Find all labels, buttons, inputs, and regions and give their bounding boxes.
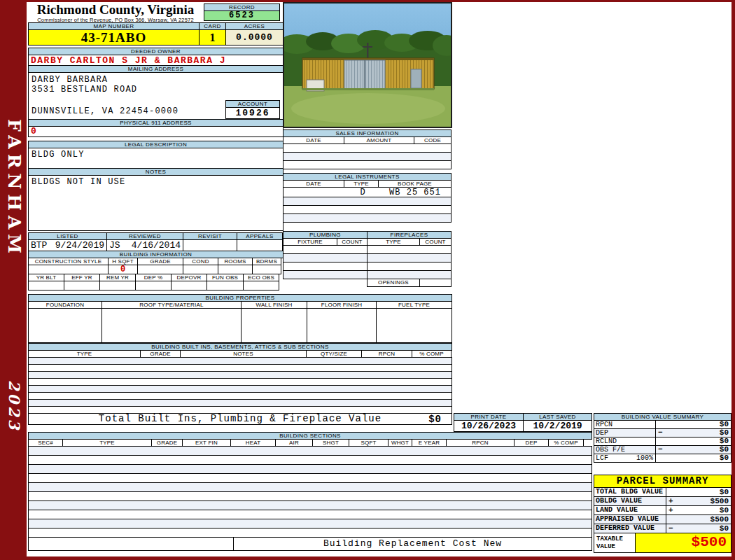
air-label: AIR — [275, 439, 313, 447]
mailing-line-1: DARBY BARBARA — [31, 75, 283, 85]
parcel-value: $0 — [720, 506, 729, 514]
print-date-value: 10/26/2023 — [454, 420, 524, 432]
parcel-operator: − — [668, 524, 673, 533]
sqft-label: SQFT — [349, 439, 388, 447]
building-information-section: BUILDING INFORMATION CONSTRUCTION STYLE … — [28, 251, 284, 290]
physical-911-value: 0 — [28, 126, 284, 137]
ext-fin-label: EXT FIN — [182, 439, 231, 447]
bvs-label: LCF — [596, 454, 608, 462]
account-value: 10926 — [225, 107, 280, 119]
section-row — [28, 473, 592, 483]
bvs-value: $0 — [720, 429, 729, 437]
taxable-value-label: TAXABLE VALUE — [594, 533, 636, 553]
bvs-operator: − — [658, 446, 663, 454]
revisit-value — [183, 239, 237, 251]
bvs-sublabel: 100% — [636, 454, 653, 462]
card-value: 1 — [199, 29, 226, 46]
builtin-notes-label: NOTES — [180, 350, 307, 358]
section-dep-label: DEP — [514, 439, 549, 447]
plumbing-section: PLUMBING FIXTURE COUNT — [283, 231, 368, 279]
whgt-label: WHGT — [388, 439, 412, 447]
instrument-date-label: DATE — [283, 180, 344, 188]
legal-description-section: LEGAL DESCRIPTION BLDG ONLY — [28, 141, 284, 169]
mailing-section: MAILING ADDRESS DARBY BARBARA 3531 BESTL… — [28, 65, 284, 120]
built-ins-total-value: $0 — [428, 414, 442, 425]
parcel-label: OBLDG VALUE — [594, 496, 666, 506]
reviewed-by: JS — [109, 240, 120, 251]
notes-value: BLDGS NOT IN USE — [28, 175, 284, 231]
sales-information-section: SALES INFORMATION DATE AMOUNT CODE — [283, 130, 451, 169]
building-sections-section: BUILDING SECTIONS SEC# TYPE GRADE EXT FI… — [28, 432, 592, 551]
section-row — [28, 464, 592, 474]
sales-row — [283, 160, 451, 169]
review-section: LISTED REVIEWED REVISIT APPEALS BTP 9/24… — [28, 232, 284, 251]
instrument-row — [283, 214, 451, 223]
card-body: Richmond County, Virginia Commissioner o… — [27, 2, 732, 556]
section-row — [28, 482, 592, 492]
sec-num-label: SEC# — [28, 439, 63, 447]
section-type-label: TYPE — [62, 439, 152, 447]
instrument-type-label: TYPE — [344, 180, 379, 188]
account-box: ACCOUNT 10926 — [225, 100, 280, 119]
openings-value — [419, 279, 451, 287]
section-row — [28, 537, 234, 551]
notes-section: NOTES BLDGS NOT IN USE — [28, 168, 284, 231]
record-value: 6523 — [204, 10, 280, 21]
parcel-label: DEFERRED VALUE — [594, 524, 666, 533]
acres-value: 0.0000 — [225, 29, 284, 46]
parcel-value: $0 — [666, 487, 732, 497]
parcel-operator: + — [668, 506, 673, 514]
heat-label: HEAT — [230, 439, 276, 447]
parcel-value: $500 — [666, 514, 732, 524]
physical-address-section: PHYSICAL 911 ADDRESS 0 — [28, 119, 284, 137]
listed-date: 9/24/2019 — [55, 240, 104, 251]
deeded-owner-value: DARBY CARLTON S JR & BARBARA J — [28, 55, 284, 66]
section-row — [28, 519, 592, 528]
parcel-value: $0 — [720, 524, 729, 533]
sales-date-label: DATE — [283, 136, 344, 144]
sales-code-label: CODE — [414, 136, 451, 144]
section-row — [28, 500, 592, 510]
building-properties-section: BUILDING PROPERTIES FOUNDATION ROOF TYPE… — [28, 294, 452, 343]
print-info-section: PRINT DATE LAST SAVED 10/26/2023 10/2/20… — [454, 413, 592, 432]
bvs-value: $0 — [655, 454, 732, 463]
section-row — [28, 455, 592, 465]
built-ins-section: BUILDING BUILT INS, BASEMENTS, ATTICS & … — [28, 343, 452, 425]
property-photo — [283, 2, 452, 128]
parcel-value: $500 — [710, 497, 729, 505]
parcel-summary-section: PARCEL SUMMARY TOTAL BLDG VALUE $0 OBLDG… — [594, 475, 732, 553]
section-row — [28, 528, 592, 538]
building-sections-footer: Building Replacement Cost New — [233, 537, 592, 551]
section-row — [28, 491, 592, 501]
e-year-label: E YEAR — [412, 439, 447, 447]
property-photo-art — [284, 4, 451, 127]
parcel-label: APPRAISED VALUE — [594, 514, 666, 524]
section-rpcn-label: RPCN — [446, 439, 514, 447]
parcel-label: TOTAL BLDG VALUE — [594, 487, 666, 497]
parcel-summary-title: PARCEL SUMMARY — [594, 475, 732, 488]
year-vertical-label: 2023 — [6, 380, 23, 432]
built-ins-total-label: Total Built Ins, Plumbing & Fireplace Va… — [99, 413, 382, 424]
appeals-value — [237, 239, 283, 251]
record-box: RECORD 6523 — [204, 4, 280, 21]
instrument-bookpage-label: BOOK PAGE — [378, 180, 451, 188]
county-header: Richmond County, Virginia Commissioner o… — [28, 2, 203, 23]
mailing-line-4: DUNNSVILLE, VA 22454-0000 — [31, 106, 178, 116]
page-title: Richmond County, Virginia — [28, 2, 203, 17]
last-saved-value: 10/2/2019 — [523, 420, 592, 432]
reviewed-date: 4/16/2014 — [132, 240, 181, 251]
bvs-operator: − — [658, 429, 663, 437]
section-row — [28, 510, 592, 519]
builtin-type-label: TYPE — [28, 350, 141, 358]
district-vertical-label: FARNHAM — [4, 119, 24, 258]
building-value-summary-section: BUILDING VALUE SUMMARY RPCN $0 DEP − $0 … — [594, 413, 732, 463]
bvs-value: $0 — [720, 446, 729, 454]
builtin-comp-label: % COMP — [412, 350, 451, 358]
legal-description-value: BLDG ONLY — [28, 148, 284, 169]
instrument-row: D WB 25 651 — [283, 187, 451, 197]
fireplace-type-label: TYPE — [367, 238, 420, 246]
map-card-acres: MAP NUMBER CARD ACRES 43-71ABO 1 0.0000 — [28, 22, 284, 46]
section-grade-label: GRADE — [151, 439, 183, 447]
plumbing-row — [283, 270, 368, 279]
shgt-label: SHGT — [312, 439, 349, 447]
